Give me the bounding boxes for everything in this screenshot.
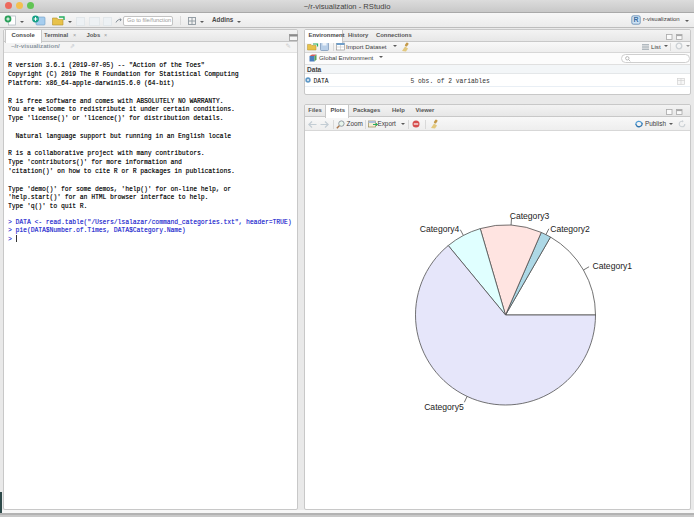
svg-text:R: R	[633, 16, 638, 23]
svg-text:Category4: Category4	[420, 224, 460, 234]
svg-text:Category5: Category5	[424, 402, 464, 412]
svg-text:Category3: Category3	[510, 211, 550, 221]
svg-text:Category1: Category1	[593, 261, 633, 271]
svg-text:Category2: Category2	[550, 224, 590, 234]
